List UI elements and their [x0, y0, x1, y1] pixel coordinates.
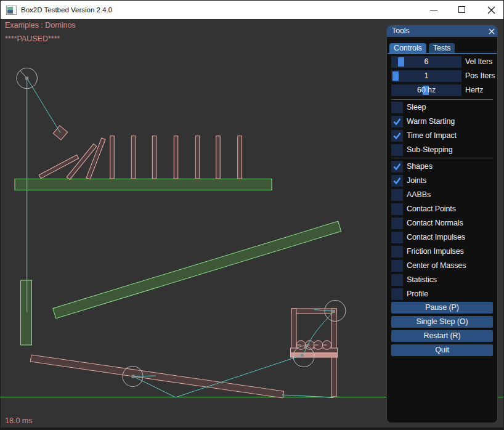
maximize-button[interactable]: [448, 1, 476, 19]
domino: [195, 136, 200, 179]
domino: [174, 136, 178, 179]
checkbox-label: Sub-Stepping: [407, 144, 453, 156]
checkbox-row-contact-points[interactable]: Contact Points: [387, 203, 497, 215]
hertz-slider[interactable]: 60 hz: [391, 84, 461, 96]
tab-controls[interactable]: Controls: [389, 43, 426, 53]
checkbox-row-joints[interactable]: Joints: [387, 175, 497, 187]
joint-anchor: [132, 375, 135, 378]
tools-panel-titlebar[interactable]: Tools: [387, 25, 497, 37]
checkbox[interactable]: [391, 130, 403, 142]
checkbox-label: Profile: [407, 288, 428, 300]
checkbox-row-sleep[interactable]: Sleep: [387, 102, 497, 113]
slider-value: 1: [391, 70, 461, 82]
slider-label: Hertz: [465, 84, 483, 96]
slider-row: 6 Vel Iters: [387, 56, 497, 68]
tools-panel: Tools ControlsTests 6 Vel Iters 1 Pos It…: [387, 25, 497, 423]
checkbox[interactable]: [391, 288, 403, 300]
frame-left-post: [291, 309, 296, 352]
tools-close-icon: [489, 28, 495, 34]
checkbox-row-contact-normals[interactable]: Contact Normals: [387, 217, 497, 229]
checkbox-label: Friction Impulses: [407, 246, 464, 258]
checkbox[interactable]: [391, 116, 403, 128]
window-title: Box2D Testbed Version 2.4.0: [21, 1, 112, 19]
check-icon: [391, 175, 403, 187]
joint-line: [282, 395, 320, 397]
check-icon: [391, 116, 403, 128]
pause-p-button[interactable]: Pause (P): [391, 302, 493, 314]
checkbox[interactable]: [391, 274, 403, 286]
check-icon: [391, 161, 403, 172]
joint-anchor: [25, 77, 28, 80]
checkbox-row-friction-impulses[interactable]: Friction Impulses: [387, 246, 497, 258]
checkbox-label: Warm Starting: [407, 116, 455, 128]
close-button[interactable]: [477, 1, 504, 19]
check-icon: [391, 130, 403, 142]
checkbox[interactable]: [391, 161, 403, 172]
paused-label: ****PAUSED****: [5, 34, 60, 43]
seesaw-plank: [30, 355, 283, 398]
checkbox[interactable]: [391, 246, 403, 258]
checkbox[interactable]: [391, 102, 403, 113]
app-window: Box2D Testbed Version 2.4.0 Examples : D…: [0, 0, 504, 430]
checkbox-row-warm-starting[interactable]: Warm Starting: [387, 116, 497, 128]
domino: [238, 136, 242, 179]
minimize-button[interactable]: [420, 1, 448, 19]
checkbox-row-contact-impulses[interactable]: Contact Impulses: [387, 232, 497, 243]
checkbox[interactable]: [391, 189, 403, 201]
slider-row: 60 hz Hertz: [387, 84, 497, 96]
tools-close-button[interactable]: [489, 28, 495, 34]
domino: [131, 136, 136, 179]
slider-row: 1 Pos Iters: [387, 70, 497, 82]
checkbox-row-sub-stepping[interactable]: Sub-Stepping: [387, 144, 497, 156]
checkbox[interactable]: [391, 203, 403, 215]
tab-bar: ControlsTests: [389, 43, 455, 53]
checkbox[interactable]: [391, 144, 403, 156]
checkbox-label: Joints: [407, 175, 426, 187]
checkbox-label: Contact Points: [407, 203, 456, 215]
separator: [391, 99, 493, 100]
app-icon: [6, 6, 17, 15]
checkbox-label: Statistics: [407, 274, 437, 286]
checkbox-row-shapes[interactable]: Shapes: [387, 161, 497, 172]
restart-r-button[interactable]: Restart (R): [391, 330, 493, 342]
minimize-icon: [430, 10, 437, 10]
checkbox[interactable]: [391, 217, 403, 229]
slider-value: 6: [391, 56, 461, 68]
checkbox-row-center-of-masses[interactable]: Center of Masses: [387, 260, 497, 272]
checkbox-row-statistics[interactable]: Statistics: [387, 274, 497, 286]
pos-iters-slider[interactable]: 1: [391, 70, 461, 82]
frame-shelf: [291, 348, 338, 353]
checkbox-label: Contact Impulses: [407, 232, 465, 243]
checkbox-row-time-of-impact[interactable]: Time of Impact: [387, 130, 497, 142]
vel-iters-slider[interactable]: 6: [391, 56, 461, 68]
checkbox[interactable]: [391, 232, 403, 243]
tools-panel-title: Tools: [392, 26, 410, 35]
checkbox[interactable]: [391, 260, 403, 272]
checkbox-row-profile[interactable]: Profile: [387, 288, 497, 300]
domino: [152, 136, 156, 179]
single-step-o-button[interactable]: Single Step (O): [391, 316, 493, 328]
quit-button[interactable]: Quit: [391, 344, 493, 356]
checkbox-label: Shapes: [407, 161, 433, 172]
domino-platform: [15, 179, 272, 190]
checkbox-label: AABBs: [407, 189, 431, 201]
domino-fallen: [86, 138, 105, 179]
checkbox-label: Time of Impact: [407, 130, 457, 142]
joint-line: [27, 78, 60, 133]
checkbox-label: Sleep: [407, 102, 426, 113]
slider-value: 60 hz: [391, 84, 461, 96]
frame-time-label: 18.0 ms: [5, 416, 32, 425]
domino: [110, 136, 115, 179]
tab-underline: [388, 53, 497, 54]
slider-label: Pos Iters: [465, 70, 495, 82]
checkbox-row-aabbs[interactable]: AABBs: [387, 189, 497, 201]
maximize-icon: [458, 6, 465, 13]
titlebar: Box2D Testbed Version 2.4.0: [1, 1, 503, 19]
tab-tests[interactable]: Tests: [429, 43, 455, 53]
domino: [216, 136, 221, 179]
slanted-beam: [53, 221, 341, 318]
checkbox[interactable]: [391, 175, 403, 187]
checkbox-label: Contact Normals: [407, 217, 463, 229]
joint-anchor: [301, 354, 304, 357]
joint-anchor: [332, 310, 335, 313]
